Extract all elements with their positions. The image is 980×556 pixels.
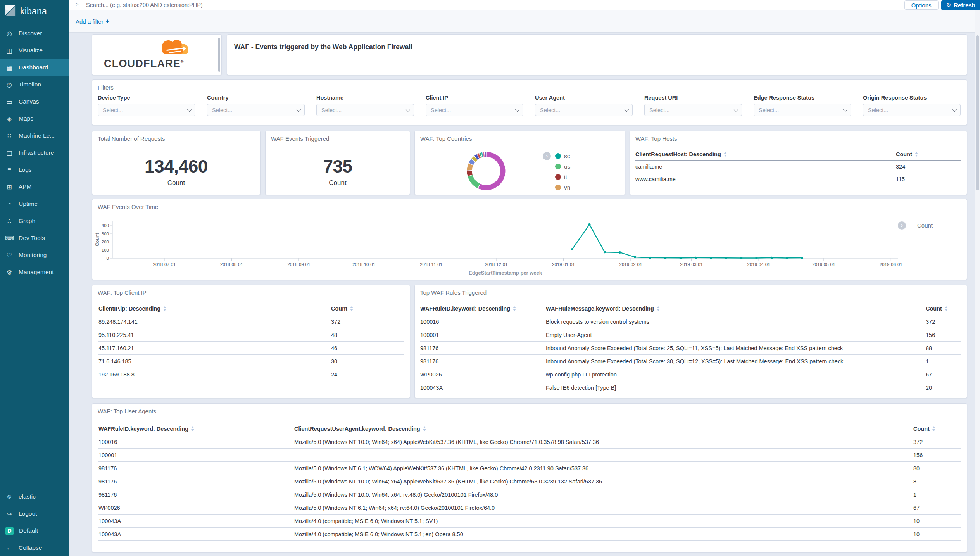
dashboard-title: WAF - Events triggered by the Web Applic… [234,43,412,51]
data-point[interactable] [571,248,573,250]
filter-select-user-agent[interactable]: Select... [535,104,633,116]
table-cell: 981176 [98,465,294,471]
sidebar-item-dashboard[interactable]: ▦Dashboard [0,59,69,76]
column-header-count[interactable]: Count [913,426,961,432]
pie-slice-other[interactable] [476,157,478,158]
sidebar-item-canvas[interactable]: ▭Canvas [0,93,69,110]
data-point[interactable] [680,257,682,259]
sidebar-item-dev-tools[interactable]: ⌨Dev Tools [0,230,69,247]
refresh-button[interactable]: Refresh [941,0,980,10]
column-header-wafruleid-keyword-descending[interactable]: WAFRuleID.keyword: Descending [420,306,546,312]
filter-label: Device Type [98,95,195,101]
column-header-count[interactable]: Count [331,306,404,312]
table-cell: wp-config.php LFI protection [546,371,926,378]
filter-label: Edge Response Status [754,95,851,101]
sidebar-item-label: Visualize [19,47,43,54]
kibana-brand: kibana [20,6,47,17]
sidebar-item-infrastructure[interactable]: ▤Infrastructure [0,144,69,161]
panel-top-hosts: WAF: Top Hosts ClientRequestHost: Descen… [630,131,967,195]
filter-select-request-uri[interactable]: Select... [644,104,742,116]
sidebar-item-machine-le[interactable]: ∷Machine Le... [0,127,69,144]
column-header-clientrequestuseragent-keyword-descending[interactable]: ClientRequestUserAgent.keyword: Descendi… [294,426,913,432]
table-cell: Mozilla/5.0 (Windows NT 10.0; Win64; x64… [294,492,913,498]
sidebar-item-collapse[interactable]: ←Collapse [0,539,69,556]
page-scrollbar-thumb[interactable] [976,35,979,190]
data-point[interactable] [649,257,651,259]
pie-slice-sc[interactable] [479,154,503,188]
column-header-label: Count [913,426,930,432]
sidebar-item-logs[interactable]: ≡Logs [0,161,69,178]
chevron-down-icon [515,107,519,111]
column-header-clientrequesthost-descending[interactable]: ClientRequestHost: Descending [635,151,896,157]
table-cell: 981176 [98,492,294,498]
data-point[interactable] [588,223,591,226]
data-point[interactable] [710,257,712,259]
panel-scrollbar[interactable] [218,38,220,72]
data-point[interactable] [725,257,727,259]
sidebar-item-management[interactable]: ⚙Management [0,264,69,281]
sidebar-item-maps[interactable]: ◈Maps [0,110,69,127]
line-series-count[interactable] [572,224,802,258]
line-chart-legend: Count [898,221,933,230]
filter-select-hostname[interactable]: Select... [316,104,414,116]
sidebar-item-apm[interactable]: ⊞APM [0,178,69,195]
filter-select-country[interactable]: Select... [207,104,305,116]
filter-select-edge-response-status[interactable]: Select... [754,104,851,116]
pie-slice-other[interactable] [473,158,476,160]
data-point[interactable] [801,257,803,259]
column-header-clientip-ip-descending[interactable]: ClientIP.ip: Descending [98,306,331,312]
pie-slice-vn[interactable] [469,164,471,170]
legend-item-vn[interactable]: vn [555,182,570,193]
data-point[interactable] [619,251,621,254]
sidebar: kibana ◎Discover◫Visualize▦Dashboard◷Tim… [0,0,69,556]
options-button[interactable]: Options [904,0,939,10]
data-point[interactable] [755,257,757,259]
filter-select-device-type[interactable]: Select... [98,104,195,116]
legend-expand-icon[interactable] [898,221,906,230]
pie-slice-other[interactable] [471,161,473,164]
sidebar-item-timelion[interactable]: ◷Timelion [0,76,69,93]
column-header-wafruleid-keyword-descending[interactable]: WAFRuleID.keyword: Descending [98,426,294,432]
sidebar-item-discover[interactable]: ◎Discover [0,25,69,42]
pie-slice-other[interactable] [480,155,481,155]
search-input[interactable]: >_ Search... (e.g. status:200 AND extens… [69,0,904,10]
data-point[interactable] [771,257,773,259]
x-tick-label: 2019-03-01 [680,262,703,267]
pie-slice-us[interactable] [470,176,479,186]
data-point[interactable] [664,257,666,259]
sidebar-item-graph[interactable]: ∴Graph [0,212,69,230]
filter-select-client-ip[interactable]: Select... [426,104,523,116]
legend-dot [555,164,561,169]
data-point[interactable] [604,251,606,253]
filter-select-origin-response-status[interactable]: Select... [863,104,961,116]
legend-expand-icon[interactable] [543,152,551,160]
pie-slice-other[interactable] [478,155,480,156]
sidebar-item-monitoring[interactable]: ♡Monitoring [0,247,69,264]
data-point[interactable] [740,257,742,259]
sidebar-item-default[interactable]: DDefault [0,522,69,539]
data-point[interactable] [786,257,788,259]
add-filter-button[interactable]: Add a filter + [76,18,109,25]
data-point[interactable] [695,257,697,259]
legend-label[interactable]: Count [917,222,933,229]
sidebar-item-logout[interactable]: ↪Logout [0,505,69,522]
sidebar-item-visualize[interactable]: ◫Visualize [0,42,69,59]
legend-item-it[interactable]: it [555,172,570,182]
column-header-count[interactable]: Count [926,306,961,312]
data-point[interactable] [634,256,636,258]
select-placeholder: Select... [321,107,342,113]
kibana-home-link[interactable]: kibana [0,0,69,21]
x-tick-label: 2019-05-01 [812,262,835,267]
sidebar-item-elastic[interactable]: ☺elastic [0,488,69,505]
legend-item-sc[interactable]: sc [555,151,570,161]
sidebar-item-label: APM [19,183,32,190]
sort-icon [945,306,948,311]
column-header-count[interactable]: Count [896,151,961,157]
legend-item-us[interactable]: us [555,161,570,172]
column-header-wafrulemessage-keyword-descending[interactable]: WAFRuleMessage.keyword: Descending [546,306,926,312]
sidebar-item-uptime[interactable]: ◔Uptime [0,195,69,212]
pie-slice-it[interactable] [469,171,470,176]
page-scrollbar[interactable] [975,10,980,556]
pie-slice-other[interactable] [482,155,483,155]
refresh-label: Refresh [954,2,975,9]
